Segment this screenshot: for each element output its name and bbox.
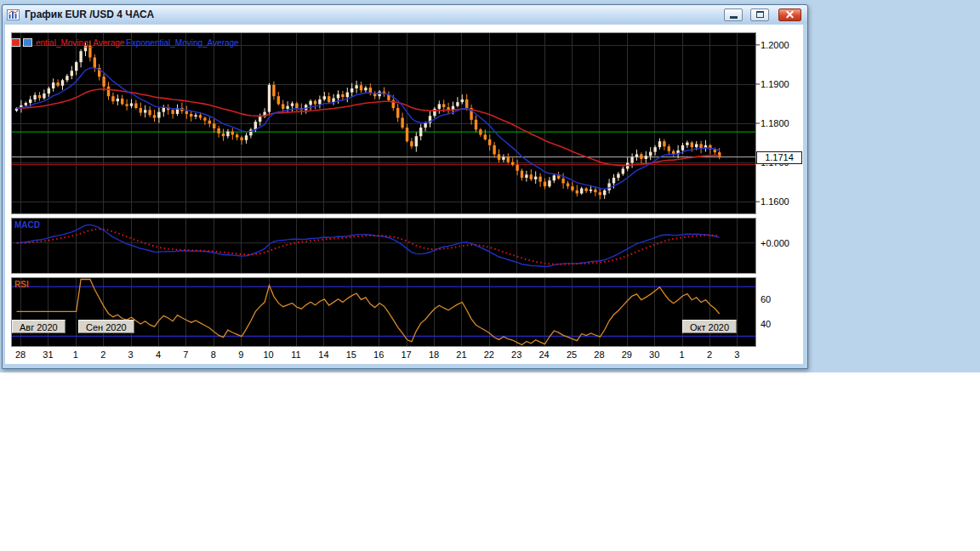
svg-text:28: 28: [15, 349, 26, 360]
svg-text:40: 40: [761, 319, 771, 329]
svg-text:17: 17: [401, 349, 411, 360]
desktop-background: График EUR /USD 4 ЧАСА 1.20001.19001.180…: [0, 0, 980, 372]
svg-text:4: 4: [156, 349, 161, 360]
svg-text:7: 7: [183, 349, 188, 360]
svg-text:2: 2: [100, 349, 105, 360]
rsi-panel-label: RSI: [14, 280, 29, 289]
svg-text:8: 8: [211, 349, 216, 360]
svg-text:1: 1: [73, 349, 78, 360]
minimize-icon: [730, 16, 738, 19]
macd-panel-label: MACD: [14, 220, 40, 230]
svg-text:1: 1: [680, 349, 685, 360]
svg-text:24: 24: [538, 349, 549, 360]
svg-text:30: 30: [649, 349, 659, 360]
svg-text:28: 28: [594, 349, 604, 360]
svg-text:29: 29: [622, 349, 632, 360]
svg-text:1.2000: 1.2000: [761, 40, 789, 50]
maximize-button[interactable]: [750, 9, 769, 21]
svg-text:2: 2: [707, 349, 712, 360]
maximize-icon: [756, 11, 764, 18]
chart-window: График EUR /USD 4 ЧАСА 1.20001.19001.180…: [2, 4, 808, 369]
svg-text:16: 16: [373, 349, 384, 360]
svg-text:23: 23: [511, 349, 521, 360]
ema-red-label: ential_Moving_Average: [36, 38, 124, 48]
ema-blue-label: Exponential_Moving_Average: [126, 38, 239, 48]
svg-text:1.1600: 1.1600: [761, 196, 789, 207]
svg-text:21: 21: [456, 349, 466, 360]
month-marker-sep-2020: Сен 2020: [78, 320, 134, 333]
window-titlebar[interactable]: График EUR /USD 4 ЧАСА: [3, 5, 807, 24]
minimize-button[interactable]: [724, 9, 743, 21]
chart-canvas[interactable]: 1.20001.19001.18001.17001.1600+0.0006040…: [5, 25, 803, 364]
blue-indicator-button[interactable]: [23, 38, 32, 47]
month-marker-aug-2020: Авг 2020: [12, 320, 66, 333]
window-controls: [724, 9, 803, 21]
svg-text:31: 31: [43, 349, 53, 360]
chart-client-area: 1.20001.19001.18001.17001.1600+0.0006040…: [5, 25, 803, 364]
svg-text:25: 25: [567, 349, 577, 360]
chart-app-icon: [7, 9, 20, 20]
current-price-box: 1.1714: [756, 151, 802, 164]
svg-text:11: 11: [291, 349, 300, 360]
svg-text:3: 3: [734, 349, 739, 360]
close-button[interactable]: [778, 9, 801, 21]
svg-text:15: 15: [346, 349, 356, 360]
svg-text:+0.000: +0.000: [761, 238, 789, 248]
close-icon: [785, 10, 795, 20]
svg-text:9: 9: [238, 349, 243, 360]
svg-text:14: 14: [318, 349, 328, 360]
panel-backgrounds: [12, 33, 755, 346]
red-indicator-button[interactable]: [11, 38, 20, 47]
svg-text:1.1900: 1.1900: [761, 79, 789, 89]
month-marker-oct-2020: Окт 2020: [682, 320, 737, 333]
svg-text:3: 3: [128, 349, 134, 360]
svg-text:1.1800: 1.1800: [761, 118, 789, 128]
window-title: График EUR /USD 4 ЧАСА: [24, 9, 154, 20]
svg-text:18: 18: [429, 349, 439, 360]
svg-text:10: 10: [263, 349, 273, 360]
svg-text:60: 60: [761, 294, 771, 304]
svg-text:22: 22: [484, 349, 494, 360]
